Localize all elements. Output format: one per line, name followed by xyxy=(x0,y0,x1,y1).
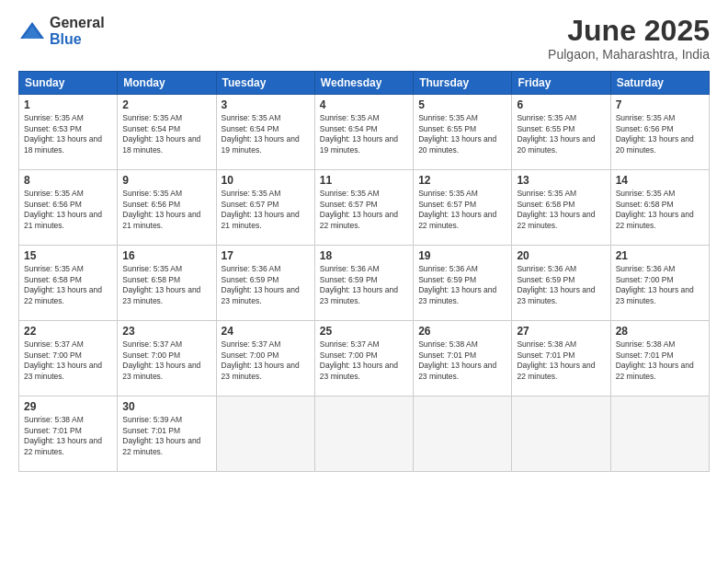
calendar-week-row: 8Sunrise: 5:35 AMSunset: 6:56 PMDaylight… xyxy=(19,170,710,246)
day-info: Sunrise: 5:35 AMSunset: 6:55 PMDaylight:… xyxy=(517,113,605,155)
day-info: Sunrise: 5:35 AMSunset: 6:56 PMDaylight:… xyxy=(122,189,210,231)
header: General Blue June 2025 Pulgaon, Maharash… xyxy=(18,15,710,62)
table-row: 5Sunrise: 5:35 AMSunset: 6:55 PMDaylight… xyxy=(414,95,512,170)
table-row: 19Sunrise: 5:36 AMSunset: 6:59 PMDayligh… xyxy=(414,246,512,321)
day-number: 25 xyxy=(320,325,408,338)
table-row: 26Sunrise: 5:38 AMSunset: 7:01 PMDayligh… xyxy=(414,321,512,396)
table-row: 13Sunrise: 5:35 AMSunset: 6:58 PMDayligh… xyxy=(512,170,610,246)
day-info: Sunrise: 5:35 AMSunset: 6:58 PMDaylight:… xyxy=(122,264,210,306)
day-number: 12 xyxy=(418,174,506,187)
table-row: 2Sunrise: 5:35 AMSunset: 6:54 PMDaylight… xyxy=(118,95,216,170)
logo-icon xyxy=(18,20,46,42)
day-number: 17 xyxy=(222,249,310,262)
col-thursday: Thursday xyxy=(414,72,512,95)
table-row: 4Sunrise: 5:35 AMSunset: 6:54 PMDaylight… xyxy=(314,95,413,170)
day-info: Sunrise: 5:35 AMSunset: 6:57 PMDaylight:… xyxy=(418,189,506,231)
table-row xyxy=(314,396,413,472)
day-info: Sunrise: 5:36 AMSunset: 6:59 PMDaylight:… xyxy=(222,264,310,306)
table-row: 9Sunrise: 5:35 AMSunset: 6:56 PMDaylight… xyxy=(118,170,216,246)
day-info: Sunrise: 5:39 AMSunset: 7:01 PMDaylight:… xyxy=(122,415,210,457)
day-info: Sunrise: 5:38 AMSunset: 7:01 PMDaylight:… xyxy=(517,339,605,382)
table-row: 30Sunrise: 5:39 AMSunset: 7:01 PMDayligh… xyxy=(118,396,216,472)
day-info: Sunrise: 5:37 AMSunset: 7:00 PMDaylight:… xyxy=(320,339,408,382)
day-number: 21 xyxy=(616,249,704,262)
day-info: Sunrise: 5:35 AMSunset: 6:55 PMDaylight:… xyxy=(418,113,506,155)
table-row xyxy=(216,396,314,472)
day-number: 19 xyxy=(418,249,506,262)
calendar-week-row: 22Sunrise: 5:37 AMSunset: 7:00 PMDayligh… xyxy=(19,321,710,396)
table-row: 1Sunrise: 5:35 AMSunset: 6:53 PMDaylight… xyxy=(19,95,118,170)
day-number: 18 xyxy=(320,249,408,262)
day-number: 7 xyxy=(616,98,704,111)
logo-blue: Blue xyxy=(50,31,82,47)
day-number: 16 xyxy=(122,249,210,262)
day-number: 30 xyxy=(122,400,210,413)
col-monday: Monday xyxy=(118,72,216,95)
col-tuesday: Tuesday xyxy=(216,72,314,95)
day-info: Sunrise: 5:35 AMSunset: 6:57 PMDaylight:… xyxy=(222,189,310,231)
table-row xyxy=(610,396,709,472)
table-row: 22Sunrise: 5:37 AMSunset: 7:00 PMDayligh… xyxy=(19,321,118,396)
table-row: 10Sunrise: 5:35 AMSunset: 6:57 PMDayligh… xyxy=(216,170,314,246)
location-title: Pulgaon, Maharashtra, India xyxy=(548,47,710,62)
day-number: 29 xyxy=(24,400,112,413)
table-row: 16Sunrise: 5:35 AMSunset: 6:58 PMDayligh… xyxy=(118,246,216,321)
table-row: 15Sunrise: 5:35 AMSunset: 6:58 PMDayligh… xyxy=(19,246,118,321)
table-row: 24Sunrise: 5:37 AMSunset: 7:00 PMDayligh… xyxy=(216,321,314,396)
day-number: 10 xyxy=(222,174,310,187)
day-number: 20 xyxy=(517,249,605,262)
day-number: 26 xyxy=(418,325,506,338)
day-number: 3 xyxy=(222,98,310,111)
table-row: 14Sunrise: 5:35 AMSunset: 6:58 PMDayligh… xyxy=(610,170,709,246)
col-saturday: Saturday xyxy=(610,72,709,95)
day-number: 24 xyxy=(222,325,310,338)
col-wednesday: Wednesday xyxy=(314,72,413,95)
day-number: 2 xyxy=(122,98,210,111)
day-number: 22 xyxy=(24,325,112,338)
table-row: 23Sunrise: 5:37 AMSunset: 7:00 PMDayligh… xyxy=(118,321,216,396)
day-info: Sunrise: 5:38 AMSunset: 7:01 PMDaylight:… xyxy=(24,415,112,457)
day-info: Sunrise: 5:35 AMSunset: 6:56 PMDaylight:… xyxy=(616,113,704,155)
title-block: June 2025 Pulgaon, Maharashtra, India xyxy=(548,15,710,62)
col-friday: Friday xyxy=(512,72,610,95)
table-row: 3Sunrise: 5:35 AMSunset: 6:54 PMDaylight… xyxy=(216,95,314,170)
month-title: June 2025 xyxy=(548,15,710,47)
day-info: Sunrise: 5:37 AMSunset: 7:00 PMDaylight:… xyxy=(24,339,112,382)
day-info: Sunrise: 5:35 AMSunset: 6:53 PMDaylight:… xyxy=(24,113,112,155)
table-row: 25Sunrise: 5:37 AMSunset: 7:00 PMDayligh… xyxy=(314,321,413,396)
table-row: 28Sunrise: 5:38 AMSunset: 7:01 PMDayligh… xyxy=(610,321,709,396)
day-info: Sunrise: 5:36 AMSunset: 6:59 PMDaylight:… xyxy=(418,264,506,306)
day-number: 23 xyxy=(122,325,210,338)
day-info: Sunrise: 5:36 AMSunset: 6:59 PMDaylight:… xyxy=(517,264,605,306)
table-row: 21Sunrise: 5:36 AMSunset: 7:00 PMDayligh… xyxy=(610,246,709,321)
table-row: 27Sunrise: 5:38 AMSunset: 7:01 PMDayligh… xyxy=(512,321,610,396)
day-info: Sunrise: 5:35 AMSunset: 6:58 PMDaylight:… xyxy=(616,189,704,231)
table-row: 11Sunrise: 5:35 AMSunset: 6:57 PMDayligh… xyxy=(314,170,413,246)
day-number: 14 xyxy=(616,174,704,187)
day-info: Sunrise: 5:35 AMSunset: 6:54 PMDaylight:… xyxy=(222,113,310,155)
day-number: 11 xyxy=(320,174,408,187)
table-row: 20Sunrise: 5:36 AMSunset: 6:59 PMDayligh… xyxy=(512,246,610,321)
day-info: Sunrise: 5:38 AMSunset: 7:01 PMDaylight:… xyxy=(418,339,506,382)
day-number: 1 xyxy=(24,98,112,111)
day-info: Sunrise: 5:37 AMSunset: 7:00 PMDaylight:… xyxy=(222,339,310,382)
day-number: 27 xyxy=(517,325,605,338)
day-info: Sunrise: 5:35 AMSunset: 6:54 PMDaylight:… xyxy=(122,113,210,155)
day-info: Sunrise: 5:35 AMSunset: 6:58 PMDaylight:… xyxy=(24,264,112,306)
day-number: 13 xyxy=(517,174,605,187)
weekday-header-row: Sunday Monday Tuesday Wednesday Thursday… xyxy=(19,72,710,95)
table-row: 8Sunrise: 5:35 AMSunset: 6:56 PMDaylight… xyxy=(19,170,118,246)
table-row xyxy=(414,396,512,472)
calendar: Sunday Monday Tuesday Wednesday Thursday… xyxy=(18,71,710,472)
day-info: Sunrise: 5:36 AMSunset: 6:59 PMDaylight:… xyxy=(320,264,408,306)
day-number: 15 xyxy=(24,249,112,262)
calendar-week-row: 29Sunrise: 5:38 AMSunset: 7:01 PMDayligh… xyxy=(19,396,710,472)
day-number: 4 xyxy=(320,98,408,111)
day-number: 6 xyxy=(517,98,605,111)
day-info: Sunrise: 5:38 AMSunset: 7:01 PMDaylight:… xyxy=(616,339,704,382)
page: General Blue June 2025 Pulgaon, Maharash… xyxy=(0,0,728,563)
table-row: 18Sunrise: 5:36 AMSunset: 6:59 PMDayligh… xyxy=(314,246,413,321)
day-number: 5 xyxy=(418,98,506,111)
calendar-week-row: 1Sunrise: 5:35 AMSunset: 6:53 PMDaylight… xyxy=(19,95,710,170)
day-number: 9 xyxy=(122,174,210,187)
